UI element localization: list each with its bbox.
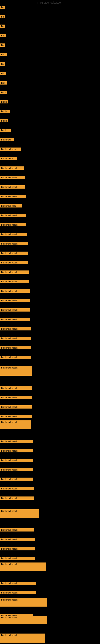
bottleneck-label: Bottleneck result	[0, 582, 36, 585]
bottleneck-label: Bottleneck result	[0, 487, 34, 490]
bottleneck-label: Bottleneck result	[0, 468, 33, 471]
bottleneck-label: Bottleneck result	[0, 327, 31, 330]
bottleneck-label: Bottleneck result	[0, 440, 33, 443]
bottleneck-label: Bottleneck result	[0, 459, 33, 462]
bottleneck-label: Bottleneck result	[0, 614, 33, 617]
bottleneck-label: Bottleneck result	[0, 166, 24, 170]
bottleneck-label: Bottleneck result	[0, 185, 25, 188]
bottleneck-label: Bottleneck result	[0, 356, 31, 359]
bottleneck-label: Bottleneck result	[0, 242, 28, 245]
bottleneck-label: Bott	[0, 72, 6, 75]
bottleneck-label: Bottleneck result	[0, 509, 39, 518]
bottleneck-label: Bottleneck result	[0, 195, 26, 198]
bottleneck-label: Bo	[0, 24, 5, 28]
bottleneck-label: Bottleneck result	[0, 280, 29, 283]
bottleneck-label: Bottleneck result	[0, 538, 35, 541]
bottleneck-label: Bottleneck result	[0, 386, 32, 390]
bottleneck-label: Bott	[0, 81, 7, 84]
bottleneck-label: Bottleneck resu	[0, 148, 21, 151]
bottleneck-label: Bot	[0, 62, 5, 66]
bottleneck-label: Bo	[0, 15, 5, 18]
bottleneck-label: Bottleneck result	[0, 478, 33, 481]
bottleneck-label: Bott	[0, 34, 6, 37]
bottleneck-label: Bottleneck resu	[0, 204, 22, 208]
bottleneck-label: Bottleneck result	[0, 270, 29, 274]
bottleneck-label: Bottleneck result	[0, 318, 30, 321]
bottleneck-label: Bottleneck result	[0, 496, 34, 500]
bottleneck-label: Bottlen	[0, 110, 10, 113]
bottleneck-label: Bottleneck result	[0, 634, 45, 642]
bottleneck-label: Bottl	[0, 91, 7, 94]
bottleneck-label: Bottle	[0, 119, 8, 122]
bottleneck-label: Bottle	[0, 100, 8, 104]
bottleneck-label: Bottleneck result	[0, 562, 46, 571]
bottleneck-label: Bottlen	[0, 128, 11, 132]
bottleneck-label: Bottleneck result	[0, 233, 27, 236]
bottleneck-label: Bottleneck result	[0, 214, 26, 217]
bottleneck-label: Bottleneck result	[0, 308, 30, 312]
bottleneck-label: Bottleneck result	[0, 528, 34, 532]
bottleneck-label: Bo	[0, 6, 5, 9]
bottleneck-label: Bottleneck result	[0, 415, 32, 418]
bottleneck-label: Bottleneck result	[0, 290, 30, 292]
bottleneck-label: Bottleneck result	[0, 547, 35, 550]
site-title: TheBottlenecker.com	[37, 1, 63, 4]
bottleneck-label: Bottleneck result	[0, 346, 31, 349]
bottleneck-label: Bott	[0, 53, 7, 56]
bottleneck-label: Bottleneck	[0, 138, 14, 141]
bottleneck-label: Bottleneck result	[0, 261, 28, 264]
bottleneck-label: Bottleneck result	[0, 557, 35, 560]
bottleneck-label: Bottleneck result	[0, 591, 36, 594]
bottleneck-label: Bottleneck result	[0, 396, 32, 399]
bottleneck-label: Bottleneck result	[0, 252, 28, 255]
bottleneck-label: Bottleneck result	[0, 299, 30, 302]
bottleneck-label: Bottleneck r	[0, 157, 17, 160]
bottleneck-label: Bottleneck result	[0, 337, 31, 340]
bottleneck-label: Bottleneck result	[0, 366, 32, 376]
bottleneck-label: Bottleneck result	[0, 598, 47, 606]
bottleneck-label: Bot	[0, 44, 5, 47]
bottleneck-label: Bottleneck result	[0, 420, 31, 429]
bottleneck-label: Bottleneck result	[0, 176, 25, 179]
bottleneck-label: Bottleneck result	[0, 223, 26, 226]
bottleneck-label: Bottleneck result	[0, 449, 33, 452]
bottleneck-label: Bottleneck result	[0, 405, 32, 408]
